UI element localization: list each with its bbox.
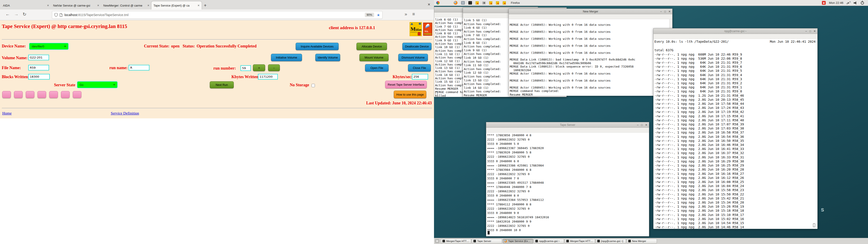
tab-title: Tape Service (Expert) @ ca	[153, 4, 196, 7]
status-label: Status:	[183, 44, 195, 49]
midas-logo[interactable]: Midas powered by	[410, 22, 422, 36]
show-desktop-icon[interactable]	[435, 239, 439, 243]
reset-tape-server-interface-button[interactable]: Reset Tape Server Interface	[385, 81, 427, 88]
home-link[interactable]: Home	[2, 111, 12, 116]
browser-tab[interactable]: AIDA ✕	[1, 1, 51, 9]
kbytes-written-input[interactable]	[258, 74, 278, 80]
log-action-button[interactable]	[61, 91, 70, 98]
run-name-input[interactable]	[129, 65, 149, 70]
run-number-increment-button[interactable]: +	[253, 64, 265, 71]
log-action-button[interactable]	[26, 91, 34, 98]
device-name-select[interactable]: /dev/file/0	[29, 43, 68, 50]
log-action-button[interactable]	[49, 91, 58, 98]
mount-volume-button[interactable]: Mount Volume	[360, 54, 389, 61]
terminal-launcher-icon[interactable]	[468, 1, 472, 4]
window-titlebar[interactable]: New Merger – □ ✕	[509, 9, 672, 14]
window-close-icon[interactable]: ✕	[428, 2, 430, 6]
zoom-level-chip[interactable]: 90%	[365, 13, 374, 17]
run-number-input[interactable]	[241, 65, 251, 71]
close-file-button[interactable]: Close File	[408, 64, 431, 72]
browser-tab[interactable]: NetVar Service @ carme-gsi ✕	[51, 1, 101, 9]
log-action-button[interactable]	[73, 91, 81, 98]
kbytes-per-sec-input[interactable]	[412, 74, 428, 80]
network-status-icon[interactable]: ?	[846, 1, 850, 4]
tcl-logo-text: TCL	[425, 30, 429, 33]
maximize-icon[interactable]: □	[664, 10, 666, 13]
taskbar-window-button[interactable]: Merger/Tape HTTPd	[441, 239, 471, 244]
no-storage-checkbox[interactable]	[311, 84, 315, 87]
tab-bar: AIDA ✕ NetVar Service @ carme-gsi ✕ NewM…	[0, 0, 434, 9]
notification-icon[interactable]: ◆	[822, 1, 826, 5]
taskbar-window-button[interactable]: [npg@carme-gsi:~]	[596, 239, 626, 244]
log-action-button[interactable]	[2, 91, 11, 98]
hamburger-menu-icon[interactable]: ≡	[412, 11, 415, 17]
midas-launcher-icon[interactable]	[475, 1, 479, 4]
tab-close-icon[interactable]: ✕	[97, 4, 99, 7]
minimize-icon[interactable]: –	[805, 30, 807, 33]
file-name-input[interactable]	[28, 65, 49, 70]
taskbar-window-button[interactable]: Merger/Tape HTTPd	[565, 239, 595, 244]
log-action-button[interactable]	[14, 91, 23, 98]
window-titlebar[interactable]: npg@carme-gsi:~ – □ ✕	[653, 28, 817, 34]
screenshot-launcher-icon[interactable]	[483, 2, 486, 4]
url-bar[interactable]: localhost :8115/TapeService/TapeService.…	[52, 11, 382, 19]
service-definition-link[interactable]: Service Definition	[111, 111, 139, 116]
maximize-icon[interactable]: □	[641, 123, 643, 126]
bookmark-star-icon[interactable]: ★	[377, 13, 380, 17]
run-number-decrement-button[interactable]: -	[268, 64, 280, 71]
overflow-menu-icon[interactable]: »	[405, 11, 407, 17]
applications-menu-icon[interactable]	[436, 1, 440, 4]
tab-close-icon[interactable]: ✕	[47, 4, 49, 7]
active-app-label[interactable]: Firefox	[511, 1, 520, 4]
panel-clock[interactable]: Mon 22:46	[829, 1, 843, 4]
power-icon[interactable]	[861, 1, 864, 4]
allocate-device-button[interactable]: Allocate Device	[356, 43, 387, 50]
tcl-powered-logo[interactable]: TCL POWERED	[423, 23, 432, 36]
taskbar-window-label: Tape Server	[477, 240, 491, 242]
shield-icon[interactable]	[55, 13, 58, 17]
window-titlebar[interactable]: Tape Server – □ ✕	[486, 122, 649, 128]
maximize-icon[interactable]: □	[809, 30, 811, 33]
browser-tab[interactable]: Tape Service (Expert) @ ca ✕	[151, 1, 202, 9]
taskbar-window-button[interactable]: New Merger	[627, 239, 657, 244]
file-manager-launcher-icon[interactable]	[461, 1, 465, 4]
dismount-volume-button[interactable]: Dismount Volume	[398, 54, 428, 61]
close-icon[interactable]: ✕	[813, 30, 816, 33]
blocks-written-input[interactable]	[28, 74, 50, 80]
forward-button[interactable]: →	[14, 11, 19, 17]
tab-close-icon[interactable]: ✕	[147, 4, 149, 7]
reload-button[interactable]: ↻	[23, 11, 26, 17]
log-action-button[interactable]	[37, 91, 46, 98]
minimize-icon[interactable]: –	[660, 10, 662, 13]
midas-launcher-icon[interactable]	[496, 1, 499, 4]
minimize-icon[interactable]: –	[637, 123, 639, 126]
back-button[interactable]: ←	[5, 11, 10, 17]
url-path: :8115/TapeService/TapeService.tml	[77, 13, 128, 17]
volume-name-input[interactable]	[28, 55, 49, 60]
top-panel: Firefox ◆ Mon 22:46 ?	[434, 0, 868, 6]
divider	[2, 108, 432, 109]
volume-muted-icon[interactable]	[854, 1, 858, 4]
close-icon[interactable]: ✕	[645, 123, 647, 126]
midas-launcher-icon[interactable]	[503, 1, 506, 4]
open-file-button[interactable]: Open File	[365, 64, 389, 72]
deallocate-device-button[interactable]: Deallocate Device	[402, 43, 432, 50]
tab-close-icon[interactable]: ✕	[197, 4, 199, 7]
new-tab-button[interactable]: +	[204, 3, 207, 8]
firefox-launcher-icon[interactable]	[454, 1, 458, 5]
identify-volume-button[interactable]: Identify Volume	[315, 54, 340, 61]
taskbar-app-icon	[597, 240, 600, 242]
taskbar-window-button[interactable]: Tape Service (Expert) @ ca	[503, 239, 533, 244]
page-info-icon[interactable]	[60, 13, 62, 17]
close-icon[interactable]: ✕	[669, 10, 671, 13]
taskbar-window-button[interactable]: Tape Server	[472, 239, 502, 244]
initialise-volume-button[interactable]: Initialise Volume	[271, 54, 302, 61]
how-to-use-button[interactable]: How to use this page	[394, 91, 426, 98]
server-state-select[interactable]: Go	[77, 81, 118, 88]
browser-tab[interactable]: NewMerger: Control @ carme ✕	[101, 1, 151, 9]
inquire-available-devices-button[interactable]: Inquire Available Devices	[296, 43, 339, 50]
run-number-label: run number:	[213, 66, 236, 71]
next-run-button[interactable]: Next Run	[210, 81, 234, 88]
midas-launcher-icon[interactable]	[489, 1, 492, 4]
taskbar-window-button[interactable]: npg@carme-gsi:~	[534, 239, 564, 244]
